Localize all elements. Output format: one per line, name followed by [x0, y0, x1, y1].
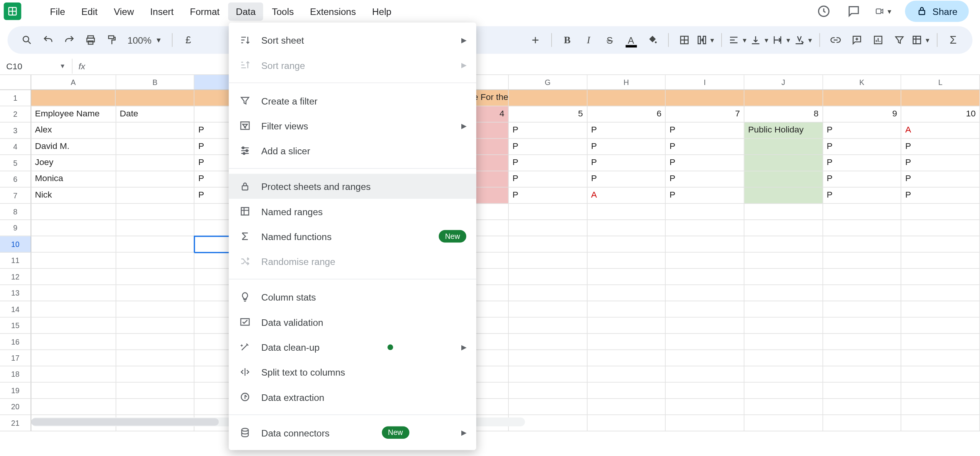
attendance-cell[interactable]: P: [902, 155, 980, 171]
cell[interactable]: [116, 155, 194, 171]
cell[interactable]: [902, 269, 980, 285]
text-wrap-icon[interactable]: ▼: [772, 34, 791, 46]
menu-item-split-text-to-columns[interactable]: Split text to columns: [229, 360, 477, 384]
bold-icon[interactable]: B: [558, 31, 577, 49]
zoom-select[interactable]: 100%▼: [124, 35, 166, 46]
comment-icon[interactable]: [845, 3, 862, 20]
cell[interactable]: [823, 220, 902, 236]
column-header-A[interactable]: A: [31, 75, 116, 90]
cell[interactable]: [823, 236, 902, 252]
cell[interactable]: [509, 220, 587, 236]
insert-link-icon[interactable]: [826, 31, 845, 49]
vertical-align-icon[interactable]: ▼: [750, 34, 769, 46]
menu-item-filter-views[interactable]: Filter views▶: [229, 113, 477, 138]
cell[interactable]: [666, 317, 744, 333]
strikethrough-icon[interactable]: S: [600, 31, 619, 49]
cell[interactable]: [509, 399, 587, 415]
insert-comment-icon[interactable]: [848, 31, 866, 49]
cell[interactable]: [902, 399, 980, 415]
text-color-icon[interactable]: A: [622, 31, 640, 49]
cell[interactable]: [823, 382, 902, 399]
cell[interactable]: [509, 236, 587, 252]
cell[interactable]: [745, 253, 823, 269]
cell[interactable]: [587, 382, 666, 399]
menu-item-data-connectors[interactable]: Data connectorsNew▶: [229, 420, 477, 445]
undo-icon[interactable]: [39, 31, 57, 49]
cell[interactable]: [666, 415, 744, 431]
cell[interactable]: [509, 301, 587, 317]
day-header[interactable]: 6: [587, 106, 666, 123]
cell[interactable]: [745, 220, 823, 236]
row-header-6[interactable]: 6: [0, 171, 31, 187]
cell[interactable]: [116, 382, 194, 399]
attendance-cell[interactable]: P: [666, 188, 744, 204]
attendance-cell[interactable]: P: [666, 139, 744, 155]
row-header-20[interactable]: 20: [0, 399, 31, 415]
cell[interactable]: [116, 269, 194, 285]
cell[interactable]: [509, 204, 587, 220]
fill-color-icon[interactable]: [643, 31, 662, 49]
cell[interactable]: [116, 139, 194, 155]
attendance-cell[interactable]: P: [587, 171, 666, 187]
row-header-17[interactable]: 17: [0, 350, 31, 366]
cell[interactable]: [902, 317, 980, 333]
menu-format[interactable]: Format: [182, 2, 227, 20]
column-header-G[interactable]: G: [509, 75, 587, 90]
menu-item-data-clean-up[interactable]: Data clean-up▶: [229, 334, 477, 359]
cell[interactable]: [587, 317, 666, 333]
cell[interactable]: [666, 301, 744, 317]
cell[interactable]: [31, 317, 116, 333]
cell[interactable]: [902, 415, 980, 431]
menu-tools[interactable]: Tools: [265, 2, 301, 20]
title-cell[interactable]: [116, 90, 194, 106]
cell[interactable]: [509, 366, 587, 382]
cell[interactable]: [823, 204, 902, 220]
title-cell[interactable]: [509, 90, 587, 106]
menu-file[interactable]: File: [42, 2, 73, 20]
cell[interactable]: [116, 204, 194, 220]
cell[interactable]: [116, 366, 194, 382]
cell[interactable]: [509, 269, 587, 285]
cell[interactable]: [116, 220, 194, 236]
menu-item-create-a-filter[interactable]: Create a filter: [229, 88, 477, 113]
menu-item-column-stats[interactable]: Column stats: [229, 284, 477, 309]
cell[interactable]: [31, 285, 116, 301]
menu-data[interactable]: Data: [228, 2, 263, 20]
select-all-corner[interactable]: [0, 75, 31, 90]
scrollbar-thumb[interactable]: [31, 418, 219, 426]
cell[interactable]: [745, 415, 823, 431]
cell[interactable]: [116, 188, 194, 204]
column-header-B[interactable]: B: [116, 75, 194, 90]
cell[interactable]: [116, 301, 194, 317]
menu-item-add-a-slicer[interactable]: Add a slicer: [229, 138, 477, 163]
insert-chart-icon[interactable]: [869, 31, 888, 49]
cell[interactable]: [509, 253, 587, 269]
borders-icon[interactable]: [675, 31, 694, 49]
font-size-increase-icon[interactable]: +: [526, 31, 545, 49]
menu-edit[interactable]: Edit: [74, 2, 105, 20]
cell[interactable]: [902, 253, 980, 269]
table-view-icon[interactable]: ▼: [911, 34, 931, 46]
day-header[interactable]: 9: [823, 106, 902, 123]
cell[interactable]: [823, 350, 902, 366]
cell[interactable]: [666, 334, 744, 350]
cell[interactable]: [31, 366, 116, 382]
cell[interactable]: [666, 220, 744, 236]
cell[interactable]: [902, 236, 980, 252]
cell[interactable]: [666, 399, 744, 415]
attendance-cell[interactable]: P: [823, 155, 902, 171]
cell[interactable]: [31, 269, 116, 285]
cell[interactable]: [31, 301, 116, 317]
cell[interactable]: [116, 123, 194, 139]
attendance-cell[interactable]: A: [902, 123, 980, 139]
cell[interactable]: [116, 317, 194, 333]
attendance-cell[interactable]: P: [823, 188, 902, 204]
cell[interactable]: [666, 350, 744, 366]
menu-item-data-validation[interactable]: Data validation: [229, 309, 477, 334]
horizontal-align-icon[interactable]: ▼: [728, 34, 748, 46]
cell[interactable]: [745, 334, 823, 350]
merge-cells-icon[interactable]: ▼: [696, 34, 715, 46]
cell[interactable]: [902, 204, 980, 220]
row-header-5[interactable]: 5: [0, 155, 31, 171]
row-header-3[interactable]: 3: [0, 123, 31, 139]
